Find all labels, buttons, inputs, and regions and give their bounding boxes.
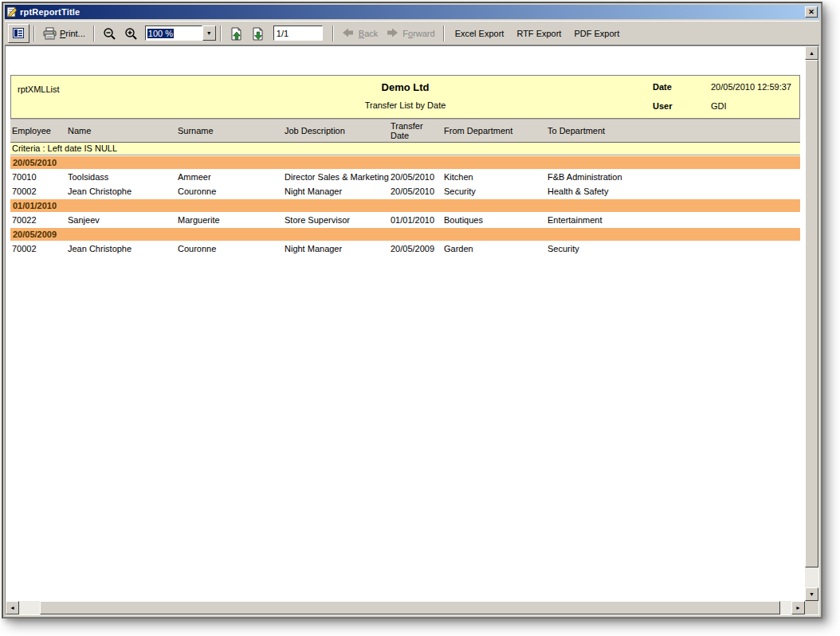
report-preview-area: rptXMLList Demo Ltd Transfer List by Dat… bbox=[5, 45, 819, 615]
table-cell: Toolsidass bbox=[66, 170, 176, 184]
printer-icon bbox=[43, 27, 57, 40]
window-title: rptReportTitle bbox=[20, 7, 803, 17]
close-button[interactable]: ✕ bbox=[805, 6, 818, 18]
toolbar-separator bbox=[220, 26, 222, 41]
table-cell: Director Sales & Marketing bbox=[283, 170, 389, 184]
scroll-right-button[interactable]: ► bbox=[791, 601, 805, 614]
vertical-scrollbar[interactable]: ▲ ▼ bbox=[805, 46, 818, 601]
table-cell: Marguerite bbox=[176, 213, 283, 227]
column-header: Name bbox=[66, 124, 176, 137]
table-cell: Couronne bbox=[176, 184, 283, 198]
rtf-export-button[interactable]: RTF Export bbox=[510, 24, 567, 43]
report-viewer-window: rptReportTitle ✕ bbox=[2, 2, 822, 618]
table-cell: Ammeer bbox=[176, 170, 283, 184]
table-cell: Kitchen bbox=[442, 170, 546, 184]
date-value: 20/05/2010 12:59:37 bbox=[711, 82, 791, 92]
table-row: 70002Jean ChristopheCouronneNight Manage… bbox=[10, 241, 800, 256]
zoom-out-icon bbox=[103, 27, 116, 40]
excel-export-button[interactable]: Excel Export bbox=[449, 24, 511, 43]
back-arrow-icon bbox=[342, 27, 355, 40]
chevron-down-icon[interactable]: ▼ bbox=[202, 26, 216, 41]
table-cell: Jean Christophe bbox=[66, 184, 176, 198]
table-row: 70002Jean ChristopheCouronneNight Manage… bbox=[10, 184, 800, 198]
print-label: Print... bbox=[60, 29, 85, 38]
scroll-down-button[interactable]: ▼ bbox=[805, 587, 818, 601]
table-cell: Sanjeev bbox=[66, 213, 176, 227]
toolbar-separator bbox=[443, 26, 445, 41]
app-icon bbox=[6, 6, 18, 18]
page-number-input[interactable]: 1/1 bbox=[273, 26, 323, 41]
previous-page-button[interactable] bbox=[226, 24, 247, 43]
title-bar: rptReportTitle ✕ bbox=[5, 5, 819, 19]
toolbar-separator bbox=[332, 26, 334, 41]
table-cell: Couronne bbox=[176, 241, 283, 256]
zoom-out-button[interactable] bbox=[99, 24, 120, 43]
toolbar-separator bbox=[93, 26, 95, 41]
scrollbar-track[interactable] bbox=[19, 601, 40, 614]
table-cell: F&B Administration bbox=[546, 170, 800, 184]
table-cell: Security bbox=[442, 184, 546, 198]
table-cell: 70002 bbox=[10, 184, 66, 198]
table-cell: Garden bbox=[442, 241, 546, 256]
column-header: Employee bbox=[10, 124, 66, 137]
group-header-row: 20/05/2009 bbox=[10, 228, 800, 241]
table-cell: 70010 bbox=[10, 170, 66, 184]
forward-button[interactable]: Forward bbox=[382, 24, 438, 43]
user-value: GDI bbox=[711, 101, 727, 111]
table-cell: 20/05/2009 bbox=[389, 241, 442, 256]
table-cell: Entertainment bbox=[546, 213, 800, 227]
column-header: Job Description bbox=[283, 124, 389, 137]
table-cell: 70002 bbox=[10, 241, 66, 256]
toolbar: Print... 100 % bbox=[5, 21, 819, 45]
report-header: rptXMLList Demo Ltd Transfer List by Dat… bbox=[10, 75, 800, 119]
report-page: rptXMLList Demo Ltd Transfer List by Dat… bbox=[6, 46, 805, 601]
report-content: rptXMLList Demo Ltd Transfer List by Dat… bbox=[10, 75, 800, 256]
table-cell: Night Manager bbox=[283, 184, 389, 198]
group-header-row: 01/01/2010 bbox=[10, 199, 800, 212]
report-subtitle: Transfer List by Date bbox=[11, 100, 799, 110]
column-header-row: Employee Name Surname Job Description Tr… bbox=[10, 119, 800, 143]
report-body: 20/05/201070010ToolsidassAmmeerDirector … bbox=[10, 156, 800, 256]
zoom-level-combobox[interactable]: 100 % ▼ bbox=[145, 26, 216, 41]
toolbar-separator bbox=[33, 26, 35, 41]
horizontal-scrollbar[interactable]: ◄ ► bbox=[6, 601, 805, 614]
scrollbar-corner bbox=[805, 601, 818, 614]
next-page-button[interactable] bbox=[247, 24, 269, 43]
company-title: Demo Ltd bbox=[11, 81, 799, 93]
forward-label: Forward bbox=[402, 29, 434, 38]
group-tree-toggle-button[interactable] bbox=[8, 24, 29, 43]
table-cell: Store Supervisor bbox=[283, 213, 389, 227]
pdf-export-button[interactable]: PDF Export bbox=[567, 24, 626, 43]
table-cell: Security bbox=[546, 241, 800, 256]
criteria-row: Criteria : Left date IS NULL bbox=[10, 143, 800, 155]
back-button[interactable]: Back bbox=[338, 24, 382, 43]
group-tree-icon bbox=[12, 27, 26, 40]
table-cell: 20/05/2010 bbox=[389, 184, 442, 198]
table-cell: Boutiques bbox=[442, 213, 546, 227]
zoom-in-icon bbox=[124, 27, 138, 40]
table-cell: 70022 bbox=[10, 213, 66, 227]
table-cell: Health & Safety bbox=[546, 184, 800, 198]
table-cell: Night Manager bbox=[283, 241, 389, 256]
table-cell: Jean Christophe bbox=[66, 241, 176, 256]
table-row: 70022SanjeevMargueriteStore Supervisor01… bbox=[10, 213, 800, 227]
user-label: User bbox=[653, 101, 672, 111]
zoom-in-button[interactable] bbox=[120, 24, 142, 43]
forward-arrow-icon bbox=[386, 27, 399, 40]
column-header: From Department bbox=[442, 124, 546, 137]
table-row: 70010ToolsidassAmmeerDirector Sales & Ma… bbox=[10, 170, 800, 184]
scroll-left-button[interactable]: ◄ bbox=[6, 601, 19, 614]
group-header-row: 20/05/2010 bbox=[10, 156, 800, 169]
vertical-scrollbar-thumb[interactable] bbox=[805, 60, 818, 567]
column-header: Transfer Date bbox=[389, 120, 442, 142]
scroll-up-button[interactable]: ▲ bbox=[805, 46, 818, 60]
date-label: Date bbox=[653, 82, 672, 92]
table-cell: 20/05/2010 bbox=[389, 170, 442, 184]
print-button[interactable]: Print... bbox=[39, 24, 89, 43]
horizontal-scrollbar-thumb[interactable] bbox=[40, 601, 780, 614]
back-label: Back bbox=[359, 29, 378, 38]
table-cell: 01/01/2010 bbox=[389, 213, 442, 227]
zoom-level-value: 100 % bbox=[145, 26, 202, 41]
column-header: Surname bbox=[176, 124, 283, 137]
page-down-icon bbox=[251, 27, 265, 40]
